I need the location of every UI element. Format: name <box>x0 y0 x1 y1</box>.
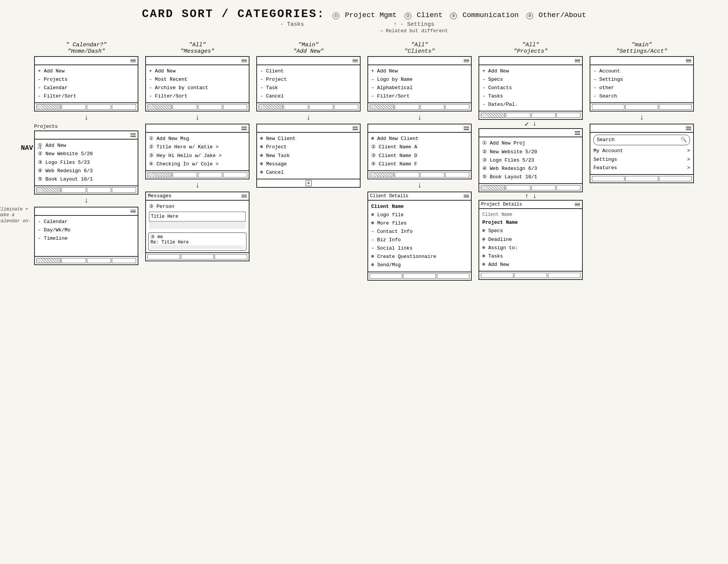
col-clients-third-body: Client Name ⊕ Logo file ⊕ More files - C… <box>368 201 471 272</box>
col-messages-arrow2: ↓ <box>145 179 249 192</box>
col-clients-arrow: ↓ <box>367 112 472 124</box>
col-messages-top-body: + Add New - Most Recent - Archive by con… <box>146 65 249 102</box>
col-clients-top-box: + Add New - Logo by Name - Alphabetical … <box>367 56 472 112</box>
col-messages-label: "All""Messages" <box>145 42 249 55</box>
col-clients-third-box: Client Details Client Name ⊕ Logo file ⊕… <box>367 192 472 281</box>
cat-1: ① Project Mgmt <box>333 11 397 19</box>
col-home-second-label: Projects <box>34 124 138 129</box>
col-messages-reply: ③ me Re: Title Here <box>148 233 246 251</box>
col-settings: "main""Settings/Acct" - Account - Settin… <box>590 42 694 281</box>
col-home-top-box: + Add New - Projects - Calendar - Filter… <box>34 56 138 112</box>
col-messages-top-box: + Add New - Most Recent - Archive by con… <box>145 56 249 112</box>
col-settings-second-box: Search 🔍 My Account > Settings > Feature… <box>590 124 694 183</box>
col-add-new-arrow: ↓ <box>256 112 361 124</box>
col-projects-second-box: ① Add New Proj ② New Website 5/20 ③ Logo… <box>479 128 583 192</box>
col-messages-arrow: ↓ <box>145 112 249 124</box>
col-settings-top-body: - Account - Settings - other - Search <box>590 65 693 102</box>
col-clients-second-box: ⊕ Add New Client ② Client Name A ③ Clien… <box>367 124 472 179</box>
col-clients-label: "All""Clients" <box>367 42 472 55</box>
cat-2: ② Client <box>405 11 443 19</box>
col-projects-arrows2: ↑ ↓ <box>479 192 583 200</box>
col-home-second-body: ① Add New ② New Website 5/20 ③ Logo File… <box>35 140 138 185</box>
subtitle-tasks: - Tasks <box>280 21 304 34</box>
col-add-new-label: "Main""Add New" <box>256 42 361 55</box>
col-settings-arrow: ↓ <box>590 112 694 124</box>
col-home: " Calendar?""Home/Dash" + Add New - Proj… <box>34 42 138 281</box>
col-add-new-second-body: ⊕ New Client ⊕ Project ⊕ New Task ⊕ Mess… <box>257 133 360 178</box>
col-projects-arrows: ✓ ↓ <box>479 120 583 128</box>
col-clients-second-body: ⊕ Add New Client ② Client Name A ③ Clien… <box>368 133 471 170</box>
page-title: CARD SORT / CATEGORIES: <box>142 8 325 20</box>
col-settings-second-body: Search 🔍 My Account > Settings > Feature… <box>590 133 693 174</box>
col-settings-top-box: - Account - Settings - other - Search <box>590 56 694 112</box>
col-home-third-body: - Calendar - Day/Wk/Mo - Timeline <box>35 216 138 256</box>
col-projects-third-box: Project Details Client Name Project Name… <box>479 200 583 280</box>
col-projects-top-box: + Add New - Specs - Contacts - Tasks - D… <box>479 56 583 120</box>
col-home-arrow: ↓ <box>34 112 138 124</box>
col-add-new: "Main""Add New" - Client - Project - Tas… <box>256 42 361 281</box>
col-home-label: " Calendar?""Home/Dash" <box>34 42 138 55</box>
col-clients-arrow2: ↓ <box>367 179 472 192</box>
col-add-new-top-box: - Client - Project - Task - Cancel <box>256 56 361 112</box>
col-projects-third-body: Client Name Project Name ⊕ Specs ⊕ Deadl… <box>479 209 582 271</box>
col-messages-second-box: ① Add New Msg ② Title Here w/ Katie > ③ … <box>145 124 249 179</box>
col-home-third-box: - Calendar - Day/Wk/Mo - Timeline <box>34 207 138 265</box>
col-clients: "All""Clients" + Add New - Logo by Name … <box>367 42 472 281</box>
col-settings-label: "main""Settings/Acct" <box>590 42 694 55</box>
col-messages-second-body: ① Add New Msg ② Title Here w/ Katie > ③ … <box>146 133 249 170</box>
col-projects-label: "All""Projects" <box>479 42 583 55</box>
page: CARD SORT / CATEGORIES: ① Project Mgmt ②… <box>0 0 728 564</box>
col-projects: "All""Projects" + Add New - Specs - Cont… <box>479 42 583 281</box>
col-home-top-body: + Add New - Projects - Calendar - Filter… <box>35 65 138 102</box>
nav-label: NAV → <box>21 144 41 152</box>
col-messages-chat-body: ③ Person Title Here <box>146 201 249 231</box>
col-home-second-box: ① Add New ② New Website 5/20 ③ Logo File… <box>34 130 138 194</box>
cat-3: ③ Communication <box>450 11 519 19</box>
col-add-new-top-body: - Client - Project - Task - Cancel <box>257 65 360 102</box>
col-add-new-second-box: ⊕ New Client ⊕ Project ⊕ New Task ⊕ Mess… <box>256 124 361 187</box>
col-home-annotation: Eliminate + make a calendar on- <box>0 207 32 225</box>
col-home-arrow2: ↓ <box>34 195 138 207</box>
page-header: CARD SORT / CATEGORIES: ① Project Mgmt ②… <box>15 8 713 34</box>
col-messages: "All""Messages" + Add New - Most Recent … <box>145 42 249 281</box>
col-messages-third-box: Messages ③ Person Title Here <box>145 192 249 261</box>
col-clients-top-body: + Add New - Logo by Name - Alphabetical … <box>368 65 471 102</box>
main-grid: " Calendar?""Home/Dash" + Add New - Proj… <box>15 42 713 281</box>
cat-4: ③ Other/About <box>526 11 586 19</box>
col-projects-top-body: + Add New - Specs - Contacts - Tasks - D… <box>479 65 582 111</box>
subtitle-settings: ↑ - Settings→ Related but different <box>380 21 448 34</box>
col-projects-second-body: ① Add New Proj ② New Website 5/20 ③ Logo… <box>479 137 582 183</box>
